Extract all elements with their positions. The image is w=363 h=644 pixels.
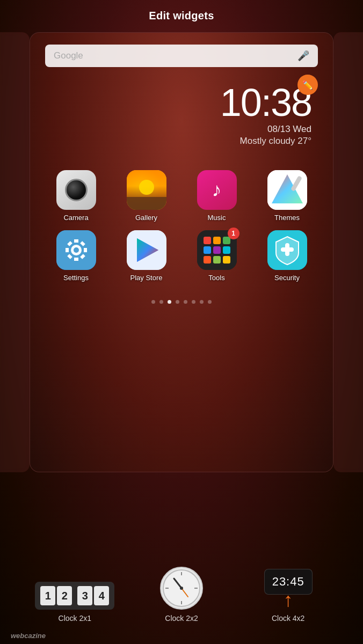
clock-weather: Mostly cloudy 27° bbox=[30, 136, 311, 147]
svg-line-13 bbox=[69, 243, 71, 245]
dot-2[interactable] bbox=[159, 300, 163, 304]
dot-6[interactable] bbox=[192, 300, 195, 304]
search-placeholder: Google bbox=[54, 50, 83, 61]
clock-widget: 10:38 08/13 Wed Mostly cloudy 27° bbox=[30, 67, 333, 147]
digit-3: 3 bbox=[77, 586, 92, 605]
svg-rect-2 bbox=[127, 197, 166, 210]
svg-rect-29 bbox=[223, 256, 230, 264]
side-panel-right bbox=[333, 32, 363, 472]
tools-label: Tools bbox=[208, 274, 224, 282]
svg-rect-27 bbox=[204, 256, 211, 264]
svg-rect-25 bbox=[213, 246, 221, 254]
page-dots bbox=[30, 291, 333, 309]
music-label: Music bbox=[208, 214, 226, 222]
clock-2x2-label: Clock 2x2 bbox=[165, 614, 198, 623]
app-grid: Camera bbox=[30, 147, 333, 291]
music-note-icon: ♪ bbox=[212, 179, 222, 201]
app-item-settings[interactable]: Settings bbox=[41, 226, 111, 286]
clock-4x2-time: 23:45 bbox=[272, 575, 304, 589]
gallery-inner bbox=[127, 170, 166, 210]
playstore-icon-wrap bbox=[127, 230, 166, 270]
digit-4: 4 bbox=[94, 586, 109, 605]
search-bar[interactable]: Google 🎤 bbox=[45, 45, 318, 67]
security-icon bbox=[267, 230, 307, 270]
mic-icon[interactable]: 🎤 bbox=[297, 50, 309, 62]
orange-arrow-icon: ↑ bbox=[284, 590, 293, 610]
gallery-icon-wrap bbox=[127, 170, 166, 210]
security-icon-wrap bbox=[267, 230, 307, 270]
app-item-security[interactable]: Security bbox=[252, 226, 322, 286]
main-card: Google 🎤 ✏️ 10:38 08/13 Wed Mostly cloud… bbox=[30, 32, 333, 472]
settings-label: Settings bbox=[63, 274, 89, 282]
dot-1[interactable] bbox=[151, 300, 155, 304]
side-panel-left bbox=[0, 32, 30, 472]
svg-rect-23 bbox=[223, 237, 230, 244]
top-bar: Edit widgets bbox=[0, 0, 363, 28]
svg-rect-28 bbox=[213, 256, 221, 264]
clock-4x2-label: Clock 4x2 bbox=[272, 614, 304, 623]
digit-2: 2 bbox=[57, 586, 72, 605]
music-icon: ♪ bbox=[197, 170, 237, 210]
svg-rect-26 bbox=[223, 246, 230, 254]
svg-point-8 bbox=[74, 247, 79, 253]
svg-line-14 bbox=[82, 255, 84, 258]
clock-time: 10:38 bbox=[30, 83, 311, 122]
app-item-tools[interactable]: 1 Tools bbox=[182, 226, 252, 286]
themes-icon bbox=[267, 170, 307, 210]
edit-button[interactable]: ✏️ bbox=[297, 75, 318, 95]
settings-icon bbox=[56, 230, 96, 270]
svg-rect-22 bbox=[213, 237, 221, 244]
app-item-themes[interactable]: Themes bbox=[252, 166, 322, 226]
playstore-icon bbox=[127, 230, 166, 270]
app-item-gallery[interactable]: Gallery bbox=[111, 166, 182, 226]
clock-4x2-container: 23:45 ↑ bbox=[264, 569, 313, 610]
dot-3-active[interactable] bbox=[168, 300, 171, 304]
svg-rect-21 bbox=[204, 237, 211, 244]
dot-4[interactable] bbox=[176, 300, 179, 304]
camera-icon-wrap bbox=[56, 170, 96, 210]
widget-clock-2x2[interactable]: Clock 2x2 bbox=[128, 567, 235, 623]
svg-point-40 bbox=[180, 587, 183, 590]
music-icon-wrap: ♪ bbox=[197, 170, 237, 210]
dot-5[interactable] bbox=[184, 300, 187, 304]
widget-row: 1 2 3 4 Clock 2x1 bbox=[0, 561, 363, 623]
clock-date: 08/13 Wed bbox=[30, 124, 311, 135]
gallery-icon bbox=[127, 170, 166, 210]
clock-2x1-display: 1 2 3 4 bbox=[35, 582, 114, 610]
svg-line-16 bbox=[69, 255, 71, 258]
app-item-playstore[interactable]: Play Store bbox=[111, 226, 182, 286]
clock-2x1-label: Clock 2x1 bbox=[59, 614, 91, 623]
app-item-music[interactable]: ♪ Music bbox=[182, 166, 252, 226]
gallery-label: Gallery bbox=[135, 214, 157, 222]
camera-icon bbox=[56, 170, 96, 210]
dot-8[interactable] bbox=[208, 300, 212, 304]
tools-icon-wrap: 1 bbox=[197, 230, 237, 270]
svg-rect-32 bbox=[281, 247, 294, 252]
svg-line-15 bbox=[82, 243, 84, 245]
themes-icon-wrap bbox=[267, 170, 307, 210]
tools-badge: 1 bbox=[228, 228, 239, 239]
dot-7[interactable] bbox=[200, 300, 204, 304]
themes-label: Themes bbox=[274, 214, 300, 222]
page-title: Edit widgets bbox=[149, 10, 214, 21]
digit-1: 1 bbox=[40, 586, 55, 605]
app-item-camera[interactable]: Camera bbox=[41, 166, 111, 226]
widget-clock-4x2[interactable]: 23:45 ↑ Clock 4x2 bbox=[235, 569, 342, 623]
widget-clock-2x1[interactable]: 1 2 3 4 Clock 2x1 bbox=[21, 582, 128, 623]
edit-icon: ✏️ bbox=[302, 80, 313, 90]
settings-icon-wrap bbox=[56, 230, 96, 270]
camera-label: Camera bbox=[63, 214, 88, 222]
svg-rect-24 bbox=[204, 246, 211, 254]
playstore-label: Play Store bbox=[130, 274, 163, 282]
watermark: webcazine bbox=[11, 632, 46, 640]
security-label: Security bbox=[274, 274, 300, 282]
bottom-widget-area: 1 2 3 4 Clock 2x1 bbox=[0, 561, 363, 644]
svg-point-1 bbox=[139, 180, 154, 195]
clock-2x2-display bbox=[160, 567, 203, 610]
